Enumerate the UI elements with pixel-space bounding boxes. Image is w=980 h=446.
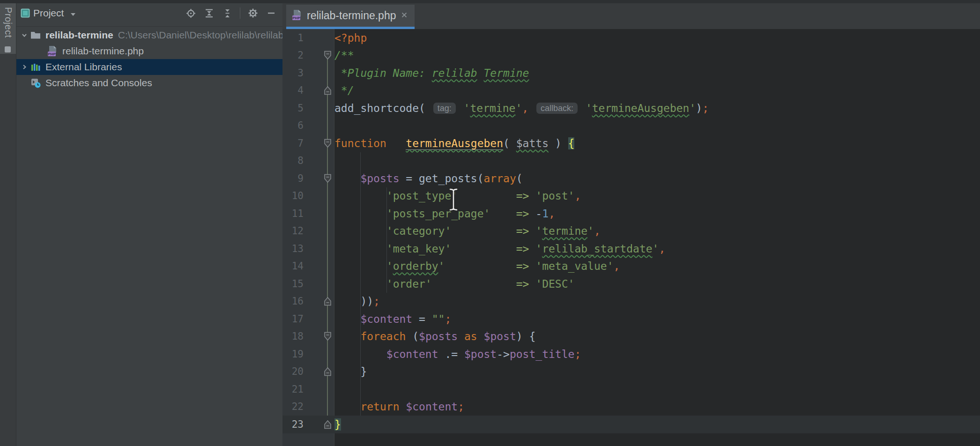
code-token[interactable]: $atts — [516, 137, 549, 149]
code-token[interactable] — [477, 330, 484, 342]
close-icon[interactable] — [401, 11, 408, 21]
code-token[interactable]: ' — [653, 243, 659, 255]
collapse-all-icon[interactable] — [222, 7, 233, 19]
code-token[interactable]: , — [522, 102, 528, 114]
code-line-10[interactable]: 10 'post_type' => 'post', — [282, 187, 980, 205]
code-line-11[interactable]: 11 'posts_per_page' => -1, — [282, 205, 980, 223]
code-token[interactable]: tag: — [433, 103, 456, 114]
code-line-19[interactable]: 19 $content .= $post->post_title; — [282, 345, 980, 363]
code-token[interactable] — [529, 243, 535, 255]
code-token[interactable]: => — [516, 225, 529, 237]
fold-marker[interactable] — [304, 332, 334, 341]
code-line-7[interactable]: 7function termineAusgeben( $atts ) { — [282, 134, 980, 152]
code-line-17[interactable]: 17 $content = ""; — [282, 310, 980, 328]
code-token[interactable]: => — [516, 190, 529, 202]
code-token[interactable] — [334, 330, 360, 342]
tree-item-relilab-termine-php[interactable]: PHPrelilab-termine.php — [16, 43, 282, 59]
code-token[interactable]: 1 — [542, 208, 549, 220]
fold-marker[interactable] — [304, 174, 334, 183]
expand-all-icon[interactable] — [203, 7, 215, 19]
code-text[interactable]: return $content; — [334, 401, 464, 413]
code-token[interactable] — [334, 190, 386, 202]
code-line-16[interactable]: 16 )); — [282, 293, 980, 311]
code-line-4[interactable]: 4 */ — [282, 82, 980, 100]
code-token[interactable]: => — [516, 278, 529, 290]
code-token[interactable]: ; — [458, 401, 464, 413]
chevron-right-icon[interactable] — [18, 63, 30, 71]
code-token[interactable] — [334, 348, 386, 360]
code-text[interactable]: 'posts_per_page' => -1, — [334, 208, 555, 220]
code-token[interactable]: $content — [406, 401, 458, 413]
code-line-5[interactable]: 5add_shortcode( tag: 'termine', callback… — [282, 99, 980, 117]
code-token[interactable]: , — [574, 190, 581, 202]
code-token[interactable]: */ — [334, 84, 354, 97]
code-token[interactable] — [457, 102, 464, 114]
code-text[interactable]: *Plugin Name: relilab Termine — [334, 67, 529, 79]
code-token[interactable] — [451, 225, 516, 237]
code-token[interactable]: , — [659, 243, 665, 255]
fold-marker[interactable] — [304, 297, 334, 306]
code-token[interactable] — [334, 208, 386, 220]
project-panel-title[interactable]: Project — [33, 7, 64, 19]
code-token[interactable]: ; — [574, 348, 581, 360]
code-token[interactable] — [334, 260, 386, 272]
locate-file-icon[interactable] — [185, 7, 196, 19]
code-token[interactable] — [529, 225, 535, 237]
code-token[interactable]: ' — [515, 102, 522, 114]
code-text[interactable]: 'orderby' => 'meta_value', — [334, 260, 620, 272]
code-token[interactable] — [529, 190, 535, 202]
code-token[interactable]: termine — [470, 102, 515, 114]
code-text[interactable]: <?php — [334, 32, 367, 44]
code-token[interactable]: post_title — [510, 348, 574, 360]
code-token[interactable]: ) { — [516, 330, 536, 342]
code-token[interactable]: relilab_startdate — [542, 243, 652, 255]
code-token[interactable]: termine — [542, 225, 587, 237]
code-text[interactable]: add_shortcode( tag: 'termine', callback:… — [334, 102, 709, 114]
code-token[interactable]: ' — [438, 260, 445, 272]
code-token[interactable] — [529, 260, 535, 272]
tree-item-external-libraries[interactable]: External Libraries — [16, 59, 282, 75]
code-token[interactable]: <?php — [334, 32, 367, 44]
code-token[interactable] — [334, 278, 386, 290]
code-token[interactable]: 'post_type' — [386, 190, 458, 202]
code-token[interactable]: ' — [587, 225, 594, 237]
code-token[interactable]: $content — [386, 348, 438, 360]
code-token[interactable]: 'meta_value' — [535, 260, 613, 272]
code-text[interactable]: } — [334, 365, 367, 378]
code-token[interactable] — [458, 190, 516, 202]
code-token[interactable]: $post — [484, 330, 516, 342]
code-line-23[interactable]: 23} — [282, 416, 980, 433]
code-text[interactable]: $content .= $post->post_title; — [334, 348, 581, 360]
code-text[interactable]: foreach ($posts as $post) { — [334, 330, 535, 342]
code-line-20[interactable]: 20 } — [282, 363, 980, 381]
code-token[interactable]: Termine — [484, 67, 529, 79]
code-token[interactable]: ' — [464, 102, 470, 114]
code-token[interactable]: - — [529, 208, 542, 220]
code-token[interactable]: 'category' — [386, 225, 451, 237]
code-token[interactable] — [579, 102, 586, 114]
chevron-down-icon[interactable] — [18, 31, 30, 39]
code-token[interactable] — [490, 208, 516, 220]
code-token[interactable] — [445, 260, 516, 272]
fold-marker[interactable] — [304, 86, 334, 95]
code-token[interactable] — [334, 401, 360, 413]
fold-marker[interactable] — [304, 139, 334, 148]
code-text[interactable]: 'meta_key' => 'relilab_startdate', — [334, 243, 665, 255]
code-token[interactable]: { — [568, 137, 575, 149]
code-line-13[interactable]: 13 'meta_key' => 'relilab_startdate', — [282, 240, 980, 258]
fold-marker[interactable] — [304, 51, 334, 60]
code-text[interactable]: $content = ""; — [334, 313, 451, 325]
code-token[interactable]: ' — [535, 243, 542, 255]
hide-panel-icon[interactable] — [266, 7, 277, 19]
code-token[interactable]: add_shortcode( — [334, 102, 432, 114]
fold-marker[interactable] — [304, 420, 334, 429]
code-line-21[interactable]: 21 — [282, 380, 980, 398]
code-token[interactable]: = — [412, 313, 432, 325]
code-line-22[interactable]: 22 return $content; — [282, 398, 980, 416]
code-token[interactable] — [477, 67, 484, 79]
code-token[interactable]: 'DESC' — [535, 278, 574, 290]
code-token[interactable]: )) — [334, 295, 373, 307]
code-token[interactable]: 'posts_per_page' — [386, 208, 490, 220]
tree-item-relilab-termine[interactable]: relilab-termineC:\Users\Daniel\Desktop\r… — [16, 27, 282, 43]
code-token[interactable]: } — [334, 418, 341, 431]
